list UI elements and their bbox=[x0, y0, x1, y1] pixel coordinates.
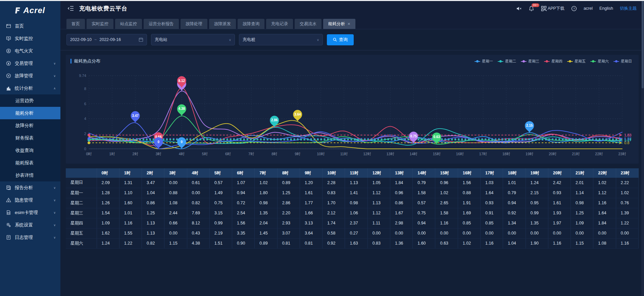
table-cell: 0.93 bbox=[548, 188, 571, 198]
sidebar-item-report-analysis[interactable]: 报告分析∨ bbox=[0, 181, 60, 194]
avg-label-fri: 0.8 bbox=[624, 141, 629, 145]
app-header: 充电桩收费云平台 99+ bbox=[60, 1, 644, 16]
brand-logo: Acrel bbox=[0, 1, 60, 20]
row-label: 星期五 bbox=[66, 228, 97, 238]
table-cell: 1.34 bbox=[503, 218, 526, 228]
tab-charge-record[interactable]: 充电记录 bbox=[266, 19, 293, 29]
sidebar-item-transaction-mgmt[interactable]: 交易管理∨ bbox=[0, 57, 60, 70]
energy-table-wrap: 0时1时2时3时4时5时6时7时8时9时10时11时12时13时14时15时16… bbox=[66, 168, 639, 249]
sidebar-item-fault-mgmt[interactable]: 故障管理∨ bbox=[0, 70, 60, 82]
sidebar-subitem-operation-trend[interactable]: 运营趋势 bbox=[0, 94, 60, 107]
tab-fault-query[interactable]: 故障查询 bbox=[238, 19, 264, 29]
close-icon[interactable]: ✕ bbox=[347, 22, 350, 26]
table-cell: 1.77 bbox=[300, 198, 322, 208]
table-cell: 1.60 bbox=[413, 238, 435, 248]
sidebar-item-esim-mgmt[interactable]: esim卡管理∨ bbox=[0, 206, 60, 219]
table-cell: 1.11 bbox=[367, 218, 390, 228]
legend-item-sun[interactable]: 星期日 bbox=[613, 59, 632, 64]
sidebar-item-stats-analysis[interactable]: 统计分析∧ bbox=[0, 82, 60, 94]
bell-icon[interactable]: 99+ bbox=[529, 6, 534, 11]
table-cell: 1.64 bbox=[481, 188, 503, 198]
table-header-cell: 6时 bbox=[232, 168, 255, 178]
station-select-value: 充电站 bbox=[155, 37, 167, 43]
sidebar-subitem-finance-report[interactable]: 财务报表 bbox=[0, 132, 60, 144]
legend-item-fri[interactable]: 星期五 bbox=[567, 59, 586, 64]
table-cell: 3.47 bbox=[142, 178, 164, 188]
theme-switch-link[interactable]: 切换主题 bbox=[620, 6, 637, 11]
legend-item-sat[interactable]: 星期六 bbox=[590, 59, 609, 64]
sidebar-subitem-fault-analysis[interactable]: 故障分析 bbox=[0, 119, 60, 132]
legend-item-wed[interactable]: 星期三 bbox=[521, 59, 539, 64]
brand-logo-icon bbox=[15, 7, 22, 14]
table-cell: 2.37 bbox=[345, 218, 367, 228]
svg-text:10时: 10时 bbox=[317, 152, 325, 156]
sidebar-subitem-revenue-query[interactable]: 收益查询 bbox=[0, 144, 60, 157]
filter-bar: 2022-09-10 ~ 2022-09-16 充电站 ∨ 充电桩 ∨ 查询 bbox=[60, 29, 644, 50]
sidebar-item-home[interactable]: 首页 bbox=[0, 20, 60, 32]
table-cell: 3.64 bbox=[300, 228, 322, 238]
tab-fault-handle[interactable]: 故障处理 bbox=[181, 19, 207, 29]
legend-item-mon[interactable]: 星期一 bbox=[475, 59, 493, 64]
chart-markpoint: 0 bbox=[177, 137, 186, 149]
svg-text:18时: 18时 bbox=[502, 152, 510, 156]
scrollbar[interactable] bbox=[641, 1, 644, 296]
sidebar-subitem-energy-report[interactable]: 能耗报表 bbox=[0, 157, 60, 169]
svg-text:8.12: 8.12 bbox=[179, 79, 185, 83]
table-cell: 0.98 bbox=[345, 198, 367, 208]
table-cell: 0.63 bbox=[435, 238, 458, 248]
sidebar-item-log-mgmt[interactable]: 日志管理∨ bbox=[0, 231, 60, 244]
pile-select[interactable]: 充电桩 ∨ bbox=[239, 34, 323, 45]
svg-text:16时: 16时 bbox=[456, 152, 464, 156]
sidebar-item-electric-fire[interactable]: 电气火灾 bbox=[0, 45, 60, 57]
table-header-cell: 0时 bbox=[97, 168, 119, 178]
table-cell: 3.15 bbox=[209, 208, 232, 218]
legend-item-thu[interactable]: 星期四 bbox=[544, 59, 562, 64]
table-cell: 1.36 bbox=[390, 238, 412, 248]
avg-label-sun: 1.37 bbox=[624, 136, 631, 140]
svg-text:9.74: 9.74 bbox=[79, 74, 86, 78]
query-button[interactable]: 查询 bbox=[327, 34, 354, 45]
table-cell: 1.02 bbox=[255, 178, 277, 188]
mute-icon[interactable] bbox=[516, 6, 522, 11]
tab-site-monitor[interactable]: 站点监控 bbox=[115, 19, 142, 29]
table-cell: 2.86 bbox=[277, 198, 300, 208]
sidebar-item-realtime-monitor[interactable]: 实时监控 bbox=[0, 32, 60, 45]
tab-label: 故障派发 bbox=[214, 21, 231, 27]
table-cell: 1.24 bbox=[97, 238, 119, 248]
sidebar-item-label: 统计分析 bbox=[15, 85, 53, 91]
help-icon[interactable]: ? bbox=[571, 6, 577, 11]
table-cell: 1.64 bbox=[593, 208, 616, 218]
tab-fault-dispatch[interactable]: 故障派发 bbox=[209, 19, 236, 29]
date-range-picker[interactable]: 2022-09-10 ~ 2022-09-16 bbox=[66, 34, 147, 45]
search-icon bbox=[333, 38, 337, 42]
station-select[interactable]: 充电站 ∨ bbox=[151, 34, 235, 45]
tab-home[interactable]: 首页 bbox=[66, 19, 85, 29]
language-switch[interactable]: English bbox=[599, 6, 613, 11]
table-cell: 1.39 bbox=[616, 208, 638, 218]
sidebar-item-label: 实时监控 bbox=[15, 36, 56, 42]
tab-trade-flow[interactable]: 交易流水 bbox=[295, 19, 321, 29]
table-header-cell: 14时 bbox=[413, 168, 435, 178]
tab-operation-report[interactable]: 运营分析报告 bbox=[144, 19, 179, 29]
table-cell: 0.72 bbox=[232, 198, 255, 208]
sidebar-subitem-meter-detail[interactable]: 抄表详情 bbox=[0, 169, 60, 181]
legend-item-tue[interactable]: 星期二 bbox=[498, 59, 516, 64]
chart-legend: 星期一星期二星期三星期四星期五星期六星期日 bbox=[475, 59, 632, 64]
username[interactable]: acrel bbox=[584, 6, 593, 11]
svg-text:19时: 19时 bbox=[526, 152, 533, 156]
table-cell: 2.44 bbox=[164, 208, 187, 218]
table-cell: 1.90 bbox=[526, 238, 548, 248]
collapse-menu-icon[interactable] bbox=[68, 6, 74, 11]
legend-marker bbox=[590, 61, 596, 62]
table-cell: 0.86 bbox=[390, 198, 412, 208]
sidebar-item-system-settings[interactable]: 系统设置∨ bbox=[0, 219, 60, 231]
tab-realtime[interactable]: 实时监控 bbox=[87, 19, 113, 29]
table-cell: 1.06 bbox=[345, 208, 367, 218]
table-cell: 1.01 bbox=[119, 208, 142, 218]
app-download-button[interactable]: APP下载 bbox=[541, 6, 564, 11]
sidebar-item-hazard-mgmt[interactable]: 隐患管理∨ bbox=[0, 194, 60, 206]
tab-energy-analysis[interactable]: 能耗分析✕ bbox=[323, 19, 355, 29]
scrollbar-thumb[interactable] bbox=[642, 1, 644, 88]
table-cell: 0.90 bbox=[232, 238, 255, 248]
sidebar-subitem-energy-analysis[interactable]: 能耗分析 bbox=[0, 107, 60, 119]
